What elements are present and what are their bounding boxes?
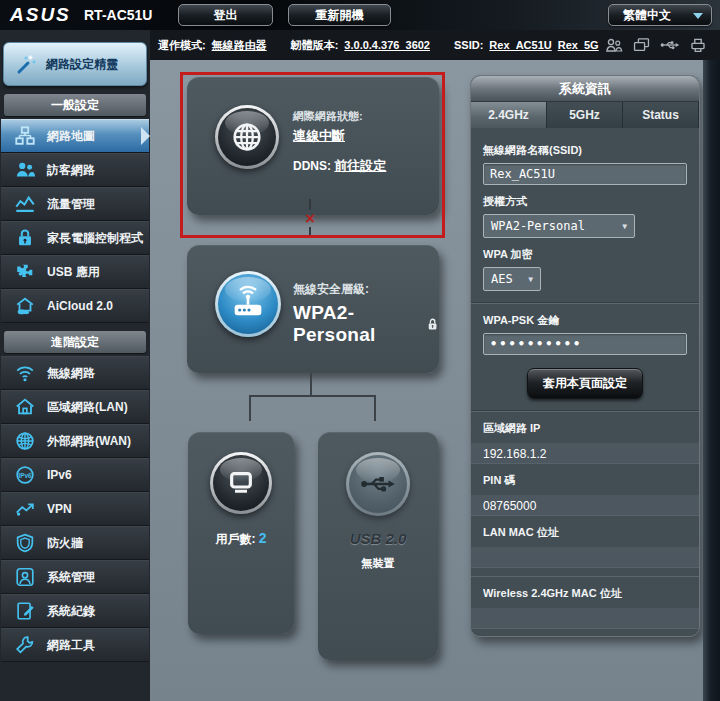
ddns-setup-link[interactable]: 前往設定 (334, 158, 386, 173)
cascade-windows-icon[interactable] (633, 37, 650, 53)
clients-card[interactable]: 用戶數: 2 (188, 432, 294, 634)
sidebar-item-label: 訪客網路 (47, 162, 95, 179)
wireless-mac-value (471, 607, 699, 629)
sidebar-item-vpn[interactable]: VPN (1, 492, 149, 526)
wpa-encryption-label: WPA 加密 (483, 247, 687, 262)
ipv6-icon: IPv6 (14, 464, 36, 486)
internet-status-card[interactable]: 網際網路狀態: 連線中斷 DDNS: 前往設定 (187, 77, 439, 215)
quick-setup-button[interactable]: 網路設定精靈 (3, 42, 147, 86)
magic-wand-icon (14, 52, 38, 76)
title-bar: ASUS RT-AC51U 登出 重新開機 繁體中文 (0, 0, 720, 30)
router-icon[interactable] (215, 271, 281, 337)
sidebar-item-usb-application[interactable]: USB 應用 (1, 255, 149, 289)
internet-globe-icon[interactable] (215, 105, 279, 169)
auth-method-value: WPA2-Personal (491, 219, 585, 233)
sidebar-item-administration[interactable]: 系統管理 (1, 560, 149, 594)
sidebar-item-firewall[interactable]: 防火牆 (1, 526, 149, 560)
disconnected-x-icon: × (305, 210, 315, 227)
sidebar-item-wan[interactable]: 外部網路(WAN) (1, 424, 149, 458)
wpa-encryption-value: AES (491, 272, 513, 286)
sidebar-item-traffic-manager[interactable]: 流量管理 (1, 187, 149, 221)
padlock-icon[interactable] (426, 316, 439, 333)
asus-logo: ASUS (10, 4, 71, 26)
ssid-5g-link[interactable]: Rex_5G (558, 39, 599, 51)
band-tabs: 2.4GHz 5GHz Status (471, 102, 699, 128)
model-name: RT-AC51U (84, 7, 152, 23)
connector-line (374, 395, 376, 421)
apply-button[interactable]: 套用本頁面設定 (527, 368, 643, 399)
sidebar-item-label: 無線網路 (47, 365, 95, 382)
tab-5ghz[interactable]: 5GHz (547, 102, 623, 128)
sidebar-item-system-log[interactable]: 系統紀錄 (1, 594, 149, 628)
usb-icon[interactable] (660, 38, 680, 52)
ddns-label: DDNS: (293, 159, 331, 173)
logout-button[interactable]: 登出 (178, 4, 273, 26)
log-pencil-icon (14, 600, 36, 622)
sidebar-item-label: VPN (47, 502, 72, 516)
ssid-2g-link[interactable]: Rex_AC51U (489, 39, 551, 51)
tab-2-4ghz[interactable]: 2.4GHz (471, 102, 547, 128)
usb-card[interactable]: USB 2.0 無裝置 (318, 432, 438, 660)
usb-status-text: 無裝置 (362, 556, 395, 571)
language-selector[interactable]: 繁體中文 (608, 4, 712, 26)
clients-icon[interactable] (605, 37, 623, 53)
quick-setup-label: 網路設定精靈 (46, 56, 118, 73)
lan-ip-value: 192.168.1.2 (471, 442, 699, 464)
wrench-icon (14, 634, 36, 656)
pin-code-label: PIN 碼 (483, 473, 687, 488)
sidebar-item-label: 網路工具 (47, 637, 95, 654)
clients-monitor-icon[interactable] (210, 452, 272, 514)
security-level-label: 無線安全層級: (293, 281, 439, 298)
operation-mode-link[interactable]: 無線路由器 (212, 38, 267, 53)
sidebar-item-label: AiCloud 2.0 (47, 299, 113, 313)
wireless-security-card[interactable]: 無線安全層級: WPA2-Personal (187, 245, 439, 373)
reboot-button[interactable]: 重新開機 (288, 4, 391, 26)
sidebar-item-label: 外部網路(WAN) (47, 433, 131, 450)
puzzle-icon (14, 261, 36, 283)
network-map-icon (14, 125, 36, 147)
sidebar-item-parental-controls[interactable]: 家長電腦控制程式 (1, 221, 149, 255)
auth-method-label: 授權方式 (483, 194, 687, 209)
sidebar: 網路設定精靈 一般設定 網路地圖 訪客網路 (0, 30, 150, 701)
auth-method-select[interactable]: WPA2-Personal ▼ (483, 214, 635, 238)
usb-port-icon[interactable] (346, 452, 410, 516)
sidebar-item-lan[interactable]: 區域網路(LAN) (1, 390, 149, 424)
firmware-label: 韌體版本: (291, 38, 339, 53)
wpa-encryption-select[interactable]: AES ▼ (483, 267, 541, 291)
aicloud-icon (14, 295, 36, 317)
firmware-version-link[interactable]: 3.0.0.4.376_3602 (344, 39, 430, 51)
lan-mac-label: LAN MAC 位址 (483, 525, 687, 540)
admin-person-icon (14, 566, 36, 588)
sidebar-item-aicloud[interactable]: AiCloud 2.0 (1, 289, 149, 323)
tab-status[interactable]: Status (623, 102, 699, 128)
general-settings-header: 一般設定 (4, 94, 146, 116)
psk-input[interactable]: •••••••••• (483, 333, 687, 355)
internet-status-link[interactable]: 連線中斷 (293, 127, 345, 145)
pin-code-value: 08765000 (471, 494, 699, 516)
vpn-icon (14, 498, 36, 520)
printer-icon[interactable] (690, 37, 706, 53)
sidebar-item-ipv6[interactable]: IPv6 IPv6 (1, 458, 149, 492)
sidebar-item-network-map[interactable]: 網路地圖 (1, 119, 149, 153)
sidebar-item-network-tools[interactable]: 網路工具 (1, 628, 149, 662)
sidebar-item-guest-network[interactable]: 訪客網路 (1, 153, 149, 187)
ssid-input[interactable] (483, 163, 687, 185)
shield-icon (14, 532, 36, 554)
status-bar: 運作模式: 無線路由器 韌體版本: 3.0.0.4.376_3602 SSID:… (150, 30, 720, 60)
svg-text:IPv6: IPv6 (18, 472, 32, 479)
sidebar-item-wireless[interactable]: 無線網路 (1, 356, 149, 390)
security-level-value: WPA2-Personal (293, 302, 420, 346)
lan-ip-label: 區域網路 IP (483, 421, 687, 436)
clients-count-label: 用戶數: (215, 532, 255, 546)
connector-line (310, 373, 312, 395)
advanced-settings-header: 進階設定 (4, 331, 146, 353)
language-label: 繁體中文 (623, 8, 671, 22)
sidebar-item-label: USB 應用 (47, 264, 100, 281)
panel-title: 系統資訊 (471, 76, 699, 102)
connector-line (249, 395, 376, 397)
router-admin-screen: ASUS RT-AC51U 登出 重新開機 繁體中文 運作模式: 無線路由器 韌… (0, 0, 720, 701)
wifi-icon (14, 362, 36, 384)
ssid-label: SSID: (454, 39, 483, 51)
system-info-panel: 系統資訊 2.4GHz 5GHz Status 無線網路名稱(SSID) 授權方… (470, 75, 700, 637)
chevron-down-icon (693, 13, 703, 19)
